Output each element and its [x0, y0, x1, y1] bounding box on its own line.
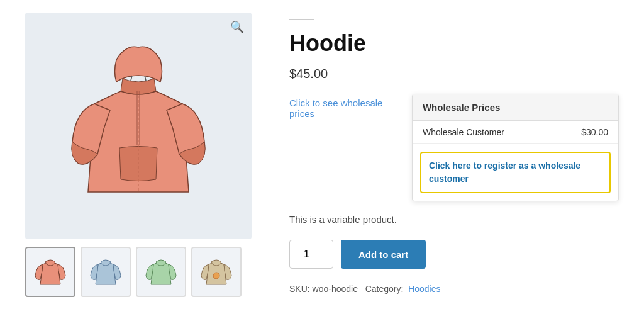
thumbnail-1[interactable] — [25, 247, 75, 297]
wholesale-table-row: Wholesale Customer $30.00 — [413, 121, 618, 144]
wholesale-register-box: Click here to register as a wholesale cu… — [420, 152, 611, 193]
thumbnail-2[interactable] — [80, 247, 131, 297]
product-price: $45.00 — [289, 67, 619, 81]
product-image-svg — [63, 41, 214, 211]
product-gallery: 🔍 — [25, 13, 264, 297]
thumbnail-strip — [25, 247, 264, 297]
page-wrapper: 🔍 — [0, 0, 644, 310]
quantity-input[interactable] — [289, 240, 333, 269]
category-link[interactable]: Hoodies — [408, 284, 440, 294]
wholesale-popup: Wholesale Prices Wholesale Customer $30.… — [412, 94, 619, 201]
wholesale-role: Wholesale Customer — [413, 121, 553, 144]
sku-value: woo-hoodie — [313, 284, 358, 294]
add-to-cart-button[interactable]: Add to cart — [341, 240, 426, 269]
category-label: Category: — [365, 284, 404, 294]
wholesale-popup-header: Wholesale Prices — [413, 94, 618, 121]
wholesale-link[interactable]: Click to see wholesale prices — [289, 94, 399, 119]
wholesale-price: $30.00 — [553, 121, 618, 144]
product-divider — [289, 19, 314, 20]
sku-label: SKU: — [289, 284, 310, 294]
wholesale-register-link[interactable]: Click here to register as a wholesale cu… — [429, 160, 580, 184]
product-info: Hoodie $45.00 Click to see wholesale pri… — [289, 13, 619, 297]
zoom-icon[interactable]: 🔍 — [230, 20, 244, 34]
product-meta: SKU: woo-hoodie Category: Hoodies — [289, 284, 619, 294]
quantity-cart-row: Add to cart — [289, 240, 619, 269]
wholesale-row: Click to see wholesale prices Wholesale … — [289, 94, 619, 201]
product-description: This is a variable product. — [289, 214, 619, 225]
wholesale-table: Wholesale Customer $30.00 — [413, 121, 618, 144]
thumbnail-3[interactable] — [136, 247, 186, 297]
thumbnail-4[interactable] — [191, 247, 242, 297]
svg-point-5 — [213, 273, 219, 279]
product-title: Hoodie — [289, 30, 619, 57]
main-image: 🔍 — [25, 13, 252, 239]
